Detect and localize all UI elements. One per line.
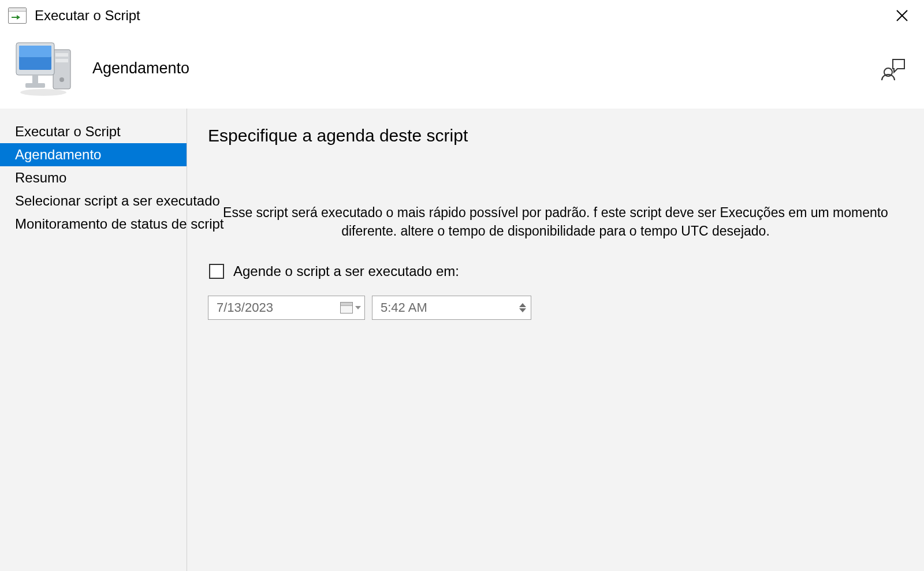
svg-rect-6 <box>55 59 68 62</box>
sidebar-item-label: Agendamento <box>15 147 101 162</box>
chevron-down-icon <box>355 306 361 309</box>
close-icon <box>896 9 908 22</box>
close-button[interactable] <box>892 5 912 26</box>
page-title: Agendamento <box>92 59 189 77</box>
calendar-icon <box>340 302 353 314</box>
svg-point-7 <box>59 77 64 82</box>
content-heading: Especifique a agenda deste script <box>208 126 903 145</box>
sidebar-item-agendamento[interactable]: Agendamento <box>0 143 187 166</box>
svg-rect-10 <box>19 46 51 57</box>
svg-marker-1 <box>17 15 20 20</box>
sidebar-item-monitoramento[interactable]: Monitoramento de status de script <box>0 212 187 236</box>
computer-icon <box>12 39 75 97</box>
chevron-up-icon <box>519 303 526 307</box>
app-icon <box>8 8 27 24</box>
schedule-checkbox-row: Agende o script a ser executado em: <box>209 263 903 279</box>
sidebar: Executar o Script Agendamento Resumo Sel… <box>0 109 187 571</box>
sidebar-item-resumo[interactable]: Resumo <box>0 166 187 189</box>
svg-rect-5 <box>55 53 68 57</box>
content-description: Esse script será executado o mais rápido… <box>208 203 903 240</box>
date-picker-button[interactable] <box>340 302 361 314</box>
time-field[interactable]: 5:42 AM <box>372 296 531 320</box>
time-spinner[interactable] <box>517 303 528 312</box>
svg-rect-12 <box>25 83 45 88</box>
content: Especifique a agenda deste script Esse s… <box>187 109 924 571</box>
window-title: Executar o Script <box>35 8 140 24</box>
date-value: 7/13/2023 <box>217 300 273 315</box>
header: Agendamento <box>0 31 924 109</box>
schedule-inputs-row: 7/13/2023 5:42 AM <box>208 296 903 320</box>
title-bar: Executar o Script <box>0 0 924 31</box>
sidebar-item-label: Executar o Script <box>15 124 121 139</box>
sidebar-item-label: Resumo <box>15 170 66 185</box>
svg-point-13 <box>20 89 66 96</box>
time-value: 5:42 AM <box>381 300 427 315</box>
schedule-checkbox-label: Agende o script a ser executado em: <box>233 263 459 279</box>
sidebar-item-selecionar-script[interactable]: Selecionar script a ser executado <box>0 189 187 212</box>
chevron-down-icon <box>519 308 526 312</box>
sidebar-item-executar-o-script[interactable]: Executar o Script <box>0 120 187 143</box>
schedule-checkbox[interactable] <box>209 264 224 279</box>
svg-rect-11 <box>32 75 38 83</box>
date-field[interactable]: 7/13/2023 <box>208 296 365 320</box>
feedback-icon[interactable] <box>880 55 907 81</box>
